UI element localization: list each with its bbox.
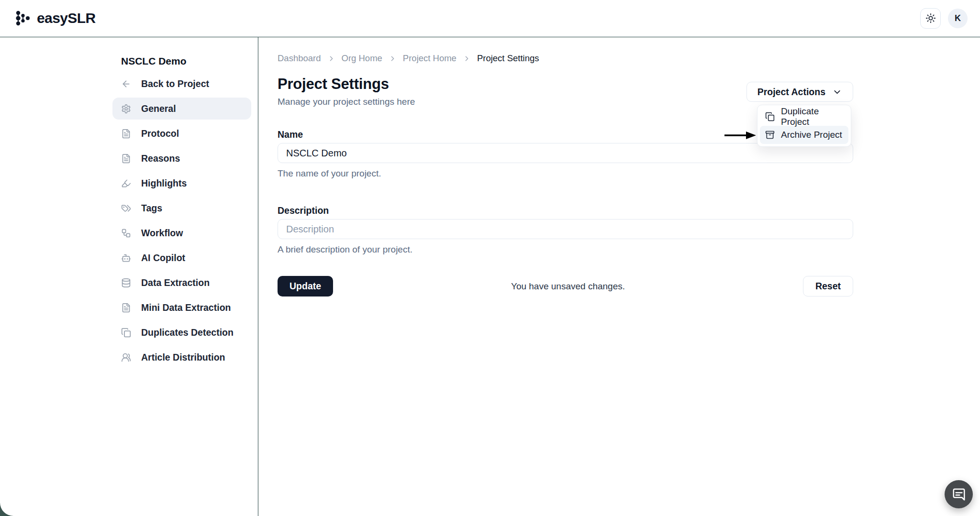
logo-text: easySLR [37, 10, 96, 26]
chat-launcher-button[interactable] [945, 480, 973, 508]
file-text-icon [121, 129, 131, 139]
breadcrumb-project-home[interactable]: Project Home [403, 53, 457, 64]
main-panel: DashboardOrg HomeProject HomeProject Set… [258, 37, 980, 516]
sidebar-item-reasons[interactable]: Reasons [112, 147, 251, 169]
sidebar-item-workflow[interactable]: Workflow [112, 222, 251, 244]
sidebar-project-name: NSCLC Demo [112, 37, 251, 67]
users-icon [121, 352, 131, 362]
chevron-right-icon [389, 55, 397, 63]
arrow-left-icon [121, 79, 131, 89]
sidebar-item-general[interactable]: General [112, 98, 251, 120]
sidebar-item-label: Tags [141, 203, 162, 214]
sidebar-item-label: Protocol [141, 128, 179, 139]
reset-button[interactable]: Reset [803, 276, 853, 296]
description-field-help: A brief description of your project. [278, 244, 853, 255]
breadcrumb-org-home[interactable]: Org Home [342, 53, 382, 64]
sidebar-item-label: Highlights [141, 178, 187, 189]
breadcrumb: DashboardOrg HomeProject HomeProject Set… [278, 53, 853, 64]
menu-item-archive-project[interactable]: Archive Project [760, 126, 848, 144]
sidebar-item-article-distribution[interactable]: Article Distribution [112, 346, 251, 368]
project-actions-label: Project Actions [757, 87, 825, 98]
sidebar-item-duplicates-detection[interactable]: Duplicates Detection [112, 321, 251, 343]
sidebar-item-highlights[interactable]: Highlights [112, 172, 251, 194]
chat-bubble-icon [952, 487, 966, 502]
sidebar-item-back-to-project[interactable]: Back to Project [112, 73, 251, 95]
easyslr-logo-icon [14, 9, 32, 27]
tags-icon [121, 203, 131, 213]
update-button[interactable]: Update [278, 276, 333, 296]
database-icon [121, 278, 131, 288]
menu-item-label: Archive Project [781, 130, 842, 140]
avatar-initial: K [955, 13, 961, 23]
theme-toggle-button[interactable] [920, 8, 941, 29]
sun-icon [925, 13, 936, 23]
sidebar-item-label: Back to Project [141, 78, 209, 89]
chevron-right-icon [327, 55, 335, 63]
name-field-help: The name of your project. [278, 168, 853, 179]
user-avatar[interactable]: K [948, 9, 968, 28]
sidebar-item-label: Article Distribution [141, 352, 225, 363]
breadcrumb-project-settings: Project Settings [477, 53, 539, 64]
sidebar-item-data-extraction[interactable]: Data Extraction [112, 272, 251, 294]
top-bar: easySLR K [0, 0, 980, 37]
sidebar-item-label: General [141, 103, 176, 114]
archive-icon [765, 130, 775, 140]
project-actions-menu: Duplicate ProjectArchive Project [757, 105, 851, 147]
file-text-icon [121, 303, 131, 313]
project-actions-button[interactable]: Project Actions [746, 82, 853, 102]
sidebar-item-tags[interactable]: Tags [112, 197, 251, 219]
sidebar-item-label: Duplicates Detection [141, 327, 234, 338]
copy-icon [765, 112, 775, 121]
sidebar-item-label: Workflow [141, 228, 183, 239]
sidebar: NSCLC Demo Back to Project GeneralProtoc… [0, 37, 258, 516]
sidebar-item-label: AI Copilot [141, 253, 185, 263]
breadcrumb-dashboard[interactable]: Dashboard [278, 53, 321, 64]
sidebar-item-ai-copilot[interactable]: AI Copilot [112, 247, 251, 269]
sidebar-item-label: Reasons [141, 153, 180, 164]
unsaved-changes-text: You have unsaved changes. [511, 281, 625, 292]
settings-icon [121, 104, 131, 114]
chevron-right-icon [463, 55, 471, 63]
menu-item-label: Duplicate Project [781, 106, 843, 127]
logo-link[interactable]: easySLR [14, 9, 96, 27]
description-field-label: Description [278, 205, 853, 216]
chevron-down-icon [832, 87, 842, 97]
bot-icon [121, 253, 131, 263]
sidebar-item-mini-data-extraction[interactable]: Mini Data Extraction [112, 296, 251, 318]
highlighter-icon [121, 178, 131, 188]
sidebar-item-protocol[interactable]: Protocol [112, 122, 251, 144]
sidebar-item-label: Data Extraction [141, 277, 210, 288]
workflow-icon [121, 228, 131, 238]
menu-item-duplicate-project[interactable]: Duplicate Project [760, 108, 848, 126]
sidebar-item-label: Mini Data Extraction [141, 302, 231, 313]
copy-icon [121, 328, 131, 338]
description-input[interactable] [278, 219, 853, 239]
file-text-icon [121, 154, 131, 164]
